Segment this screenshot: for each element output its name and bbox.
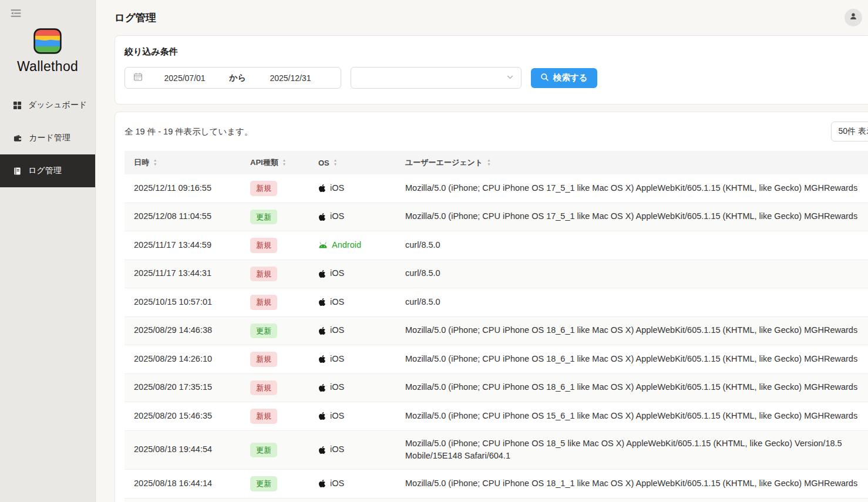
user-agent-cell: Mozilla/5.0 (iPhone; CPU iPhone OS 18_6_… (396, 316, 868, 345)
os-cell: iOS (309, 174, 396, 203)
table-row: 2025/08/29 14:46:38更新iOSMozilla/5.0 (iPh… (125, 316, 868, 345)
table-row: 2025/11/17 13:44:31新規iOScurl/8.5.0 (125, 260, 868, 288)
apple-icon (318, 446, 326, 454)
api-type-badge: 更新 (250, 476, 277, 491)
api-type-badge: 新規 (250, 267, 277, 282)
sort-icon[interactable]: ▲▼ (334, 159, 337, 167)
log-datetime: 2025/08/18 19:44:54 (125, 430, 241, 470)
api-type-cell: 新規 (241, 288, 309, 317)
column-header-2[interactable]: OS▲▼ (309, 151, 396, 174)
search-button[interactable]: 検索する (531, 68, 597, 88)
api-type-cell: 新規 (241, 345, 309, 374)
os-cell: iOS (309, 402, 396, 431)
main-content: ログ管理 絞り込み条件 (96, 0, 868, 502)
search-icon (540, 73, 549, 83)
api-type-cell: 新規 (241, 373, 309, 402)
user-agent-cell: Mozilla/5.0 (iPhone; CPU iPhone OS 17_5_… (396, 203, 868, 231)
log-datetime: 2025/11/17 13:44:59 (125, 231, 241, 260)
filter-heading: 絞り込み条件 (125, 46, 868, 58)
api-type-cell: 更新 (241, 498, 309, 502)
user-avatar-button[interactable] (845, 9, 862, 26)
column-label: API種類 (250, 157, 278, 168)
brand: Wallethod (0, 28, 95, 75)
os-cell: iOS (309, 373, 396, 402)
table-row: 2025/08/18 19:44:54更新iOSMozilla/5.0 (iPh… (125, 430, 868, 470)
date-range-separator: から (227, 73, 248, 83)
user-agent-cell: Mozilla/5.0 (iPhone; CPU iPhone OS 18_1_… (396, 498, 868, 502)
apple-icon (318, 269, 326, 278)
os-label: iOS (330, 353, 344, 366)
topbar: ログ管理 (96, 0, 868, 35)
api-type-cell: 更新 (241, 470, 309, 498)
log-datetime: 2025/08/18 16:44:14 (125, 470, 241, 498)
api-type-select[interactable] (351, 67, 522, 89)
api-type-cell: 更新 (241, 430, 309, 470)
sort-icon[interactable]: ▲▼ (487, 159, 490, 167)
table-row: 2025/08/16 17:12:23更新iOSMozilla/5.0 (iPh… (125, 498, 868, 502)
apple-icon (318, 355, 326, 363)
results-panel: 全 19 件 - 19 件表示しています。 50件 表示 日時▲▼API種類▲▼… (115, 112, 868, 502)
table-row: 2025/08/20 15:46:35新規iOSMozilla/5.0 (iPh… (125, 402, 868, 431)
os-label: iOS (330, 381, 344, 394)
wallet-icon (13, 134, 22, 143)
table-row: 2025/08/18 16:44:14更新iOSMozilla/5.0 (iPh… (125, 470, 868, 498)
filter-panel: 絞り込み条件 2025/07/01 から (115, 35, 868, 105)
sidebar-item-label: ログ管理 (28, 166, 62, 176)
os-label: iOS (330, 443, 344, 456)
os-cell: iOS (309, 345, 396, 374)
log-datetime: 2025/12/11 09:16:55 (125, 174, 241, 203)
os-cell: iOS (309, 260, 396, 288)
android-icon (318, 241, 328, 249)
api-type-cell: 新規 (241, 402, 309, 431)
os-cell: iOS (309, 498, 396, 502)
user-agent-cell: Mozilla/5.0 (iPhone; CPU iPhone OS 18_5 … (396, 430, 868, 470)
date-to-value: 2025/12/31 (248, 73, 332, 83)
log-datetime: 2025/08/29 14:26:10 (125, 345, 241, 374)
api-type-badge: 新規 (250, 409, 277, 424)
os-label: iOS (330, 324, 344, 337)
api-type-cell: 更新 (241, 203, 309, 231)
log-datetime: 2025/08/20 17:35:15 (125, 373, 241, 402)
date-range-input[interactable]: 2025/07/01 から 2025/12/31 (125, 67, 341, 89)
apple-icon (318, 479, 326, 488)
os-label: iOS (330, 182, 344, 195)
apple-icon (318, 213, 326, 221)
page-size-select[interactable]: 50件 表示 (831, 122, 868, 141)
table-row: 2025/12/11 09:16:55新規iOSMozilla/5.0 (iPh… (125, 174, 868, 203)
sidebar-item-dashboard[interactable]: ダッシュボード (0, 89, 95, 122)
user-agent-cell: Mozilla/5.0 (iPhone; CPU iPhone OS 17_5_… (396, 174, 868, 203)
table-row: 2025/10/15 10:57:01新規iOScurl/8.5.0 (125, 288, 868, 317)
column-header-1[interactable]: API種類▲▼ (241, 151, 309, 174)
dashboard-icon (13, 101, 22, 110)
sidebar-item-wallet[interactable]: カード管理 (0, 122, 95, 154)
search-button-label: 検索する (553, 72, 588, 83)
log-datetime: 2025/12/08 11:04:55 (125, 203, 241, 231)
brand-logo-icon (33, 46, 62, 56)
page-title: ログ管理 (115, 11, 156, 25)
api-type-badge: 更新 (250, 210, 277, 225)
calendar-icon (133, 72, 143, 83)
user-agent-cell: Mozilla/5.0 (iPhone; CPU iPhone OS 15_6_… (396, 402, 868, 431)
user-agent-cell: curl/8.5.0 (396, 288, 868, 317)
sort-icon[interactable]: ▲▼ (153, 159, 157, 167)
os-cell: iOS (309, 203, 396, 231)
user-agent-cell: Mozilla/5.0 (iPhone; CPU iPhone OS 18_6_… (396, 373, 868, 402)
sidebar-collapse-icon[interactable] (9, 8, 23, 19)
sidebar-item-label: カード管理 (29, 133, 70, 143)
table-row: 2025/12/08 11:04:55更新iOSMozilla/5.0 (iPh… (125, 203, 868, 231)
os-label: iOS (330, 210, 344, 223)
os-label: Android (332, 239, 361, 252)
column-header-3[interactable]: ユーザーエージェント▲▼ (396, 151, 868, 174)
column-label: ユーザーエージェント (405, 157, 483, 168)
table-header-row: 日時▲▼API種類▲▼OS▲▼ユーザーエージェント▲▼ (125, 151, 868, 174)
os-label: iOS (330, 410, 344, 423)
sidebar-item-log[interactable]: ログ管理 (0, 154, 95, 187)
log-datetime: 2025/10/15 10:57:01 (125, 288, 241, 317)
apple-icon (318, 298, 326, 306)
api-type-badge: 新規 (250, 238, 277, 253)
column-header-0[interactable]: 日時▲▼ (125, 151, 241, 174)
column-label: OS (318, 159, 329, 167)
api-type-badge: 更新 (250, 324, 277, 339)
user-agent-cell: curl/8.5.0 (396, 260, 868, 288)
sort-icon[interactable]: ▲▼ (282, 159, 286, 167)
